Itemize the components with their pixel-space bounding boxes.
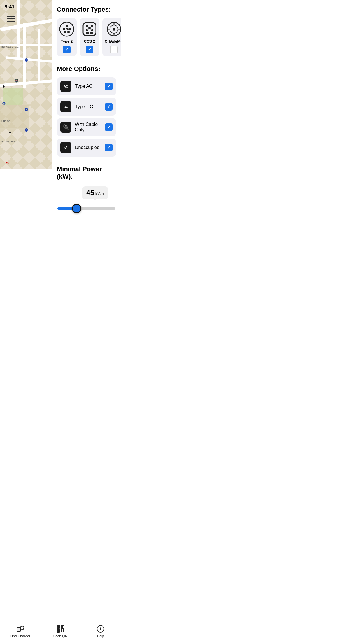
power-tooltip: 45 kWh — [82, 186, 108, 199]
cable-check-icon: ✓ — [107, 125, 111, 130]
svg-point-5 — [67, 31, 70, 33]
option-unoccupied[interactable]: ✔ Unoccupied ✓ — [57, 139, 116, 157]
power-slider[interactable] — [57, 207, 115, 210]
svg-point-12 — [91, 29, 93, 31]
unoccupied-checkbox[interactable]: ✓ — [105, 144, 113, 151]
cable-plug-icon: 🔌 — [63, 124, 69, 130]
more-options-title: More Options: — [57, 65, 116, 73]
chademo-label: CHAdeMO — [105, 39, 121, 43]
status-time: 9:41 — [5, 4, 15, 10]
svg-rect-14 — [90, 32, 93, 34]
dc-badge-icon: DC — [60, 101, 71, 112]
chademo-checkbox[interactable] — [110, 46, 118, 53]
unoccupied-check-icon: ✔ — [64, 144, 68, 151]
unoccupied-label: Unoccupied — [75, 145, 101, 150]
hamburger-line-3 — [7, 21, 15, 22]
filter-panel: Connector Types: Type 2 ✓ — [52, 0, 121, 215]
option-type-dc[interactable]: DC Type DC ✓ — [57, 98, 116, 116]
power-title: Minimal Power (kW): — [57, 165, 116, 181]
type2-label: Type 2 — [61, 39, 73, 43]
unoccupied-badge-icon: ✔ — [60, 142, 71, 153]
type2-checkbox[interactable]: ✓ — [63, 46, 71, 53]
ccs2-checkbox[interactable]: ✓ — [86, 46, 93, 53]
type-ac-checkbox[interactable]: ✓ — [105, 83, 113, 90]
svg-point-1 — [66, 25, 68, 27]
ccs2-label: CCS 2 — [84, 39, 95, 43]
svg-point-17 — [113, 28, 115, 31]
type2-icon — [59, 22, 74, 37]
ac-badge-icon: AC — [60, 81, 71, 92]
svg-point-10 — [88, 27, 91, 29]
power-unit: kWh — [95, 191, 104, 196]
dc-badge-label: DC — [64, 105, 68, 108]
hamburger-menu[interactable] — [7, 16, 15, 22]
cable-only-checkbox[interactable]: ✓ — [105, 123, 113, 131]
svg-point-2 — [63, 28, 65, 30]
cable-badge-icon: 🔌 — [60, 122, 71, 133]
svg-point-4 — [64, 31, 66, 33]
svg-point-3 — [68, 28, 71, 30]
type-dc-check-icon: ✓ — [107, 104, 111, 109]
cable-only-label: With Cable Only — [75, 122, 101, 132]
chademo-icon — [106, 22, 121, 37]
options-list: AC Type AC ✓ DC Type DC ✓ 🔌 — [57, 77, 116, 157]
connector-card-chademo[interactable]: CHAdeMO — [102, 18, 121, 56]
connector-card-ccs2[interactable]: CCS 2 ✓ — [80, 18, 99, 56]
power-section: Minimal Power (kW): 45 kWh — [57, 165, 116, 211]
ac-badge-label: AC — [64, 85, 68, 88]
ccs2-icon — [82, 22, 97, 37]
type-dc-label: Type DC — [75, 104, 101, 109]
svg-point-0 — [60, 22, 74, 36]
connector-card-type2[interactable]: Type 2 ✓ — [57, 18, 77, 56]
connector-grid: Type 2 ✓ CCS 2 ✓ — [57, 18, 116, 56]
option-type-ac[interactable]: AC Type AC ✓ — [57, 77, 116, 95]
svg-point-11 — [86, 29, 88, 31]
power-value: 45 — [86, 189, 94, 197]
type2-check-icon: ✓ — [65, 47, 69, 52]
svg-point-8 — [86, 25, 88, 27]
hamburger-line-1 — [7, 16, 15, 17]
type-ac-check-icon: ✓ — [107, 84, 111, 89]
svg-point-6 — [66, 28, 68, 30]
type-ac-label: Type AC — [75, 84, 101, 89]
unoccupied-check-mark: ✓ — [107, 145, 111, 150]
ccs2-check-icon: ✓ — [88, 47, 92, 52]
option-cable-only[interactable]: 🔌 With Cable Only ✓ — [57, 118, 116, 136]
svg-point-9 — [91, 25, 93, 27]
svg-rect-13 — [86, 32, 89, 34]
type-dc-checkbox[interactable]: ✓ — [105, 103, 113, 111]
hamburger-line-2 — [7, 18, 15, 19]
